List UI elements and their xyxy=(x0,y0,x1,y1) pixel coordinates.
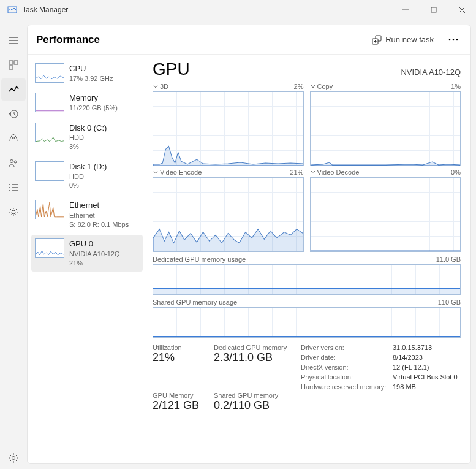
chevron-down-icon xyxy=(310,169,316,175)
sidebar-item-disk0[interactable]: Disk 0 (C:)HDD3% xyxy=(31,119,143,155)
gpu-memory-value: 2/121 GB xyxy=(153,399,208,412)
detail-title: GPU xyxy=(153,59,190,79)
dedicated-mem-value: 2.3/11.0 GB xyxy=(214,351,295,364)
dedicated-mem-label: Dedicated GPU memory usage xyxy=(153,256,246,263)
engine-dropdown-decode[interactable]: Video Decode xyxy=(310,169,360,176)
hw-reserved: 198 MB xyxy=(393,383,461,391)
nav-details[interactable] xyxy=(1,177,26,199)
shared-mem-value: 0.2/110 GB xyxy=(214,399,295,412)
utilization-value: 21% xyxy=(153,351,208,364)
shared-mem-max: 110 GB xyxy=(438,299,461,306)
stats-grid: Utilization21% Dedicated GPU memory2.3/1… xyxy=(153,344,461,417)
svg-point-22 xyxy=(12,457,15,460)
memory-thumbnail xyxy=(35,93,64,112)
engine-chart-3d xyxy=(153,91,304,166)
svg-point-28 xyxy=(453,39,455,40)
engine-chart-copy xyxy=(310,91,461,166)
nav-processes[interactable] xyxy=(1,54,26,76)
svg-rect-9 xyxy=(14,61,18,64)
run-task-label: Run new task xyxy=(385,35,434,44)
engine-chart-decode xyxy=(310,177,461,252)
svg-point-12 xyxy=(13,137,15,139)
svg-point-14 xyxy=(14,161,17,163)
close-button[interactable] xyxy=(448,0,476,20)
hamburger-button[interactable] xyxy=(1,29,26,51)
resource-sidebar: CPU17% 3.92 GHz Memory11/220 GB (5%) Dis… xyxy=(28,55,146,463)
chevron-down-icon xyxy=(310,83,316,90)
svg-point-21 xyxy=(12,210,15,214)
nav-settings[interactable] xyxy=(1,447,26,469)
svg-point-27 xyxy=(449,39,451,40)
nav-rail xyxy=(0,20,27,469)
nav-performance[interactable] xyxy=(1,78,26,101)
nav-services[interactable] xyxy=(1,201,26,223)
svg-rect-8 xyxy=(9,61,13,64)
svg-point-13 xyxy=(10,160,13,163)
section-title: Performance xyxy=(36,34,100,46)
disk0-thumbnail xyxy=(35,123,64,142)
run-new-task-button[interactable]: Run new task xyxy=(367,32,439,47)
maximize-button[interactable] xyxy=(420,0,448,20)
device-name: NVIDIA A10-12Q xyxy=(401,67,461,77)
titlebar: Task Manager xyxy=(0,0,476,20)
svg-rect-10 xyxy=(9,66,13,69)
sidebar-label: CPU xyxy=(69,63,113,74)
app-icon xyxy=(7,5,17,15)
svg-point-29 xyxy=(456,39,458,40)
engine-dropdown-3d[interactable]: 3D xyxy=(153,83,168,90)
shared-mem-label: Shared GPU memory usage xyxy=(153,299,237,306)
sidebar-item-cpu[interactable]: CPU17% 3.92 GHz xyxy=(31,59,143,86)
dedicated-mem-chart xyxy=(153,264,461,295)
cpu-thumbnail xyxy=(35,63,64,83)
main-card: Performance Run new task CPU17% 3.92 GHz… xyxy=(27,25,471,464)
gpu0-thumbnail xyxy=(35,238,64,258)
directx-version: 12 (FL 12.1) xyxy=(393,364,461,371)
sidebar-item-disk1[interactable]: Disk 1 (D:)HDD0% xyxy=(31,158,143,194)
card-header: Performance Run new task xyxy=(28,25,470,55)
engine-pct: 2% xyxy=(294,83,304,90)
driver-date: 8/14/2023 xyxy=(393,354,461,361)
chevron-down-icon xyxy=(153,169,159,175)
run-task-icon xyxy=(372,35,382,45)
detail-pane: GPU NVIDIA A10-12Q 3D2% Copy1% Video Enc… xyxy=(146,55,470,463)
disk1-thumbnail xyxy=(35,161,64,181)
svg-rect-2 xyxy=(431,7,436,12)
engine-dropdown-copy[interactable]: Copy xyxy=(310,83,333,90)
dedicated-mem-max: 11.0 GB xyxy=(436,256,461,263)
nav-startup[interactable] xyxy=(1,128,26,150)
nav-app-history[interactable] xyxy=(1,103,26,125)
shared-mem-chart xyxy=(153,307,461,338)
engine-dropdown-encode[interactable]: Video Encode xyxy=(153,169,202,176)
physical-location: Virtual PCI Bus Slot 0 xyxy=(393,373,461,381)
minimize-button[interactable] xyxy=(391,0,420,20)
chevron-down-icon xyxy=(153,83,159,90)
sidebar-item-memory[interactable]: Memory11/220 GB (5%) xyxy=(31,89,143,116)
engine-chart-encode xyxy=(153,177,304,252)
ethernet-thumbnail xyxy=(35,200,64,219)
sidebar-item-gpu0[interactable]: GPU 0NVIDIA A10-12Q21% xyxy=(31,235,143,271)
sidebar-item-ethernet[interactable]: EthernetEthernetS: 82.0 R: 0.1 Mbps xyxy=(31,196,143,232)
driver-version: 31.0.15.3713 xyxy=(393,344,461,351)
more-button[interactable] xyxy=(445,31,462,48)
window-title: Task Manager xyxy=(22,6,68,14)
nav-users[interactable] xyxy=(1,152,26,174)
